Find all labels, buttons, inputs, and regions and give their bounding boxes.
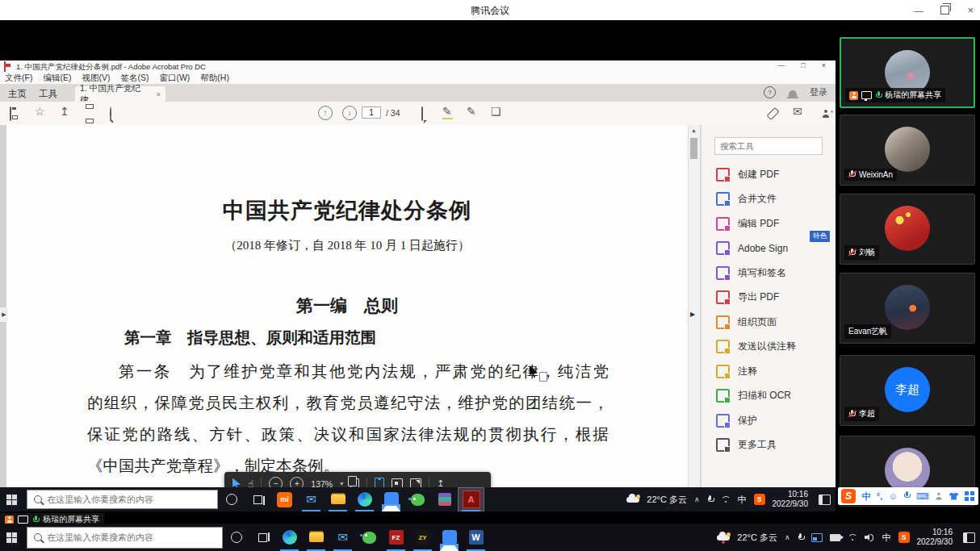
tool-more-tools[interactable]: 更多工具: [701, 433, 836, 458]
cortana-icon[interactable]: [223, 524, 249, 551]
participant-tile[interactable]: Eavan艺帆: [840, 273, 975, 344]
page-number-input[interactable]: [362, 106, 381, 119]
file-explorer-icon[interactable]: [303, 524, 329, 551]
mail-icon[interactable]: ✉: [329, 524, 356, 551]
zoom-dropdown-icon[interactable]: ▾: [340, 480, 343, 487]
highlighter-icon[interactable]: ✎: [442, 105, 452, 118]
participant-tile[interactable]: 刘畅: [840, 194, 975, 265]
chevron-up-icon[interactable]: ∧: [694, 495, 700, 503]
comment-icon[interactable]: [421, 106, 423, 121]
tools-search-input[interactable]: [714, 137, 823, 155]
clock[interactable]: 10:16 2022/9/30: [917, 528, 953, 547]
tab-tools[interactable]: 工具: [39, 86, 57, 102]
tool-fill-sign[interactable]: 填写和签名: [701, 261, 836, 286]
mail-icon[interactable]: ✉: [298, 487, 325, 511]
mail-send-icon[interactable]: ✉: [793, 105, 802, 118]
task-view-icon[interactable]: [245, 487, 271, 511]
scrollbar-thumb[interactable]: [690, 138, 697, 159]
acrobat-icon[interactable]: A: [458, 487, 484, 511]
tool-adobe-sign[interactable]: Adobe Sign特色: [701, 236, 836, 261]
mic-icon[interactable]: [707, 495, 714, 504]
edge-icon[interactable]: [276, 524, 303, 551]
ime-mode-icon[interactable]: 中: [861, 490, 870, 503]
toolbox-icon[interactable]: [965, 491, 969, 495]
filezilla-icon[interactable]: FZ: [383, 524, 409, 551]
main-search-box[interactable]: [27, 527, 223, 549]
sogou-tray-icon[interactable]: S: [898, 532, 910, 543]
page-up-icon[interactable]: ↑: [318, 106, 333, 120]
tool-export-pdf[interactable]: 导出 PDF: [701, 286, 836, 311]
tool-combine-files[interactable]: 合并文件: [701, 187, 836, 212]
ime-zh-icon[interactable]: 中: [738, 494, 747, 506]
menu-view[interactable]: 视图(V): [82, 73, 110, 84]
zy-player-icon[interactable]: ZY: [409, 524, 436, 551]
start-button-icon[interactable]: [6, 495, 17, 505]
docs-app-icon[interactable]: [378, 487, 404, 511]
login-button[interactable]: 登录: [810, 86, 827, 98]
docs-app-icon[interactable]: [436, 524, 463, 551]
network-icon[interactable]: [848, 534, 857, 541]
bell-icon[interactable]: [789, 90, 797, 97]
page-down-icon[interactable]: ↓: [342, 106, 357, 120]
wechat-icon[interactable]: [404, 487, 431, 511]
voice-input-icon[interactable]: [903, 489, 910, 503]
stamp-tool-icon[interactable]: ❏: [491, 105, 501, 118]
sign-pen-icon[interactable]: ✎: [467, 105, 476, 118]
menu-help[interactable]: 帮助(H): [200, 73, 229, 84]
chevron-up-icon[interactable]: ∧: [785, 533, 790, 541]
tab-close-icon[interactable]: ×: [157, 90, 161, 98]
file-explorer-icon[interactable]: [325, 487, 351, 511]
volume-icon[interactable]: [865, 533, 875, 541]
mic-icon[interactable]: [798, 533, 804, 542]
help-icon[interactable]: ?: [764, 86, 776, 98]
tab-home[interactable]: 主页: [8, 86, 27, 102]
tab-document[interactable]: 1. 中国共产党纪律... ×: [75, 86, 165, 102]
tool-protect[interactable]: 保护: [701, 408, 836, 433]
shared-search-input[interactable]: [47, 495, 211, 504]
tool-create-pdf[interactable]: 创建 PDF: [701, 162, 836, 187]
pdf-page[interactable]: 中国共产党纪律处分条例 （2018 年修订，自 2018 年 10 月 1 日起…: [6, 125, 688, 507]
action-center-icon[interactable]: [963, 532, 975, 543]
weather-icon[interactable]: [626, 497, 639, 503]
close-button[interactable]: ×: [967, 4, 974, 16]
emoji-icon[interactable]: ☺: [889, 491, 898, 501]
clock[interactable]: 10:16 2022/9/30: [773, 490, 809, 509]
menu-sign[interactable]: 签名(S): [120, 73, 149, 84]
participant-tile[interactable]: WeixinAn: [840, 115, 975, 186]
weather-icon[interactable]: [717, 535, 730, 541]
tool-scan-ocr[interactable]: 扫描和 OCR: [701, 384, 836, 409]
tool-organize-pages[interactable]: 组织页面: [701, 310, 836, 335]
cast-icon[interactable]: [811, 533, 823, 542]
weather-label[interactable]: 22°C 多云: [737, 532, 777, 544]
link-icon[interactable]: [766, 107, 779, 120]
share-upload-icon[interactable]: ↥: [60, 105, 69, 118]
star-icon[interactable]: ☆: [35, 105, 45, 118]
xiaomi-icon[interactable]: mi: [271, 487, 298, 511]
menu-window[interactable]: 窗口(W): [159, 73, 190, 84]
shared-search-box[interactable]: [27, 490, 218, 509]
acrobat-close-button[interactable]: ×: [822, 61, 826, 69]
cortana-icon[interactable]: [218, 487, 245, 511]
weather-label[interactable]: 22°C 多云: [647, 494, 687, 506]
wechat-icon[interactable]: [356, 524, 383, 551]
sogou-tray-icon[interactable]: S: [754, 494, 765, 505]
save-icon[interactable]: [10, 106, 11, 121]
left-panel-expander[interactable]: ▶: [0, 307, 8, 322]
ime-zh-icon[interactable]: 中: [882, 532, 891, 544]
winrar-icon[interactable]: [431, 487, 458, 511]
tool-comment[interactable]: 注释: [701, 359, 836, 384]
edge-icon[interactable]: [351, 487, 378, 511]
action-center-icon[interactable]: [819, 495, 831, 505]
sogou-logo-icon[interactable]: S: [841, 489, 856, 503]
participant-tile[interactable]: 杨瑞的屏幕共享: [840, 37, 975, 108]
word-icon[interactable]: W: [463, 524, 489, 551]
tool-send-for-comments[interactable]: 发送以供注释: [701, 335, 836, 360]
scroll-up-icon[interactable]: ▲: [691, 127, 697, 133]
acrobat-minimize-button[interactable]: —: [777, 61, 785, 69]
menu-edit[interactable]: 编辑(E): [43, 73, 71, 84]
menu-file[interactable]: 文件(F): [5, 73, 32, 84]
task-view-icon[interactable]: [249, 524, 276, 551]
find-icon[interactable]: [110, 106, 111, 121]
minimize-button[interactable]: —: [914, 6, 923, 15]
add-person-icon[interactable]: +: [822, 110, 830, 118]
